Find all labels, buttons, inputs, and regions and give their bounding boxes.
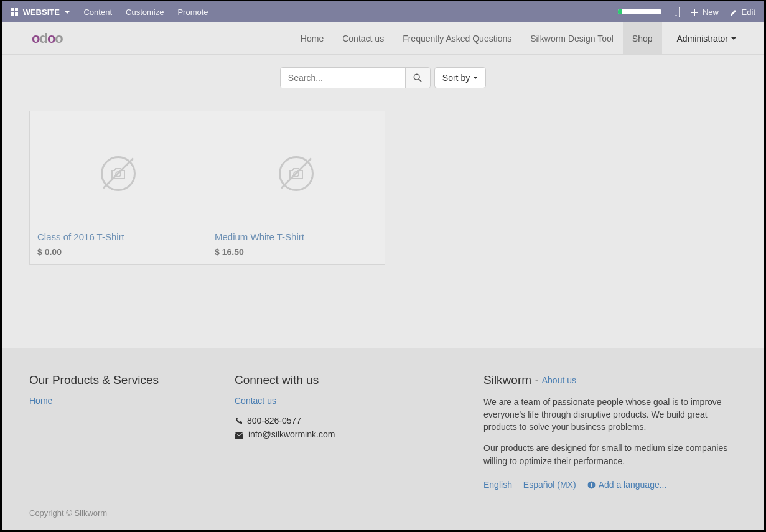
product-image-placeholder (215, 119, 377, 228)
svg-line-3 (419, 79, 422, 82)
nav-home[interactable]: Home (291, 22, 333, 54)
footer-link-about[interactable]: About us (542, 375, 576, 385)
page-content: Sort by Class of 2016 T-Shirt $ 0.00 (2, 55, 764, 348)
footer-heading: Our Products & Services (29, 373, 210, 387)
website-label: WEBSITE (23, 7, 60, 17)
phone-icon (235, 418, 242, 425)
product-image-placeholder (37, 119, 199, 228)
envelope-icon (235, 432, 243, 439)
copyright: Copyright © Silkworm (29, 508, 737, 518)
product-card[interactable]: Class of 2016 T-Shirt $ 0.00 (29, 111, 207, 265)
no-image-icon (101, 156, 136, 191)
pencil-icon (730, 9, 737, 16)
footer-about-p2: Our products are designed for small to m… (483, 442, 737, 467)
search-input[interactable] (281, 68, 405, 88)
footer-company: Silkworm (483, 373, 531, 387)
customize-menu[interactable]: Customize (126, 7, 164, 17)
lang-spanish[interactable]: Español (MX) (523, 480, 576, 490)
sort-button[interactable]: Sort by (434, 67, 486, 88)
footer-col-about: Silkworm - About us We are a team of pas… (483, 373, 737, 490)
svg-rect-1 (675, 15, 677, 16)
footer-link-home[interactable]: Home (29, 396, 52, 406)
promote-menu[interactable]: Promote (177, 7, 208, 17)
svg-point-2 (414, 74, 420, 80)
product-price: $ 16.50 (215, 247, 377, 257)
search-icon (413, 73, 422, 82)
grid-icon (11, 8, 18, 16)
nav-shop[interactable]: Shop (623, 22, 662, 54)
content-menu[interactable]: Content (83, 7, 112, 17)
website-menu[interactable]: WEBSITE (11, 7, 70, 17)
footer-about-p1: We are a team of passionate people whose… (483, 396, 737, 434)
product-card[interactable]: Medium White T-Shirt $ 16.50 (207, 111, 385, 265)
progress-indicator[interactable] (618, 9, 661, 14)
nav-administrator[interactable]: Administrator (668, 22, 745, 54)
product-grid: Class of 2016 T-Shirt $ 0.00 Medium Whit… (29, 111, 737, 265)
footer-col-products: Our Products & Services Home (29, 373, 210, 490)
footer-heading: Connect with us (235, 373, 459, 387)
search-button[interactable] (405, 68, 430, 88)
product-title: Medium White T-Shirt (215, 231, 377, 242)
mobile-preview-button[interactable] (673, 7, 680, 17)
plus-circle-icon (587, 481, 596, 489)
nav-design-tool[interactable]: Silkworm Design Tool (521, 22, 623, 54)
product-title: Class of 2016 T-Shirt (37, 231, 199, 242)
search-group (280, 67, 431, 88)
logo[interactable]: odoo (32, 30, 63, 47)
lang-english[interactable]: English (483, 480, 512, 490)
mobile-icon (673, 7, 680, 17)
edit-button[interactable]: Edit (730, 7, 755, 17)
new-button[interactable]: New (691, 7, 719, 17)
footer: Our Products & Services Home Connect wit… (2, 348, 764, 530)
add-language[interactable]: Add a language... (587, 480, 676, 490)
footer-link-contact[interactable]: Contact us (235, 396, 276, 406)
nav-divider (665, 31, 665, 45)
product-price: $ 0.00 (37, 247, 199, 257)
no-image-icon (279, 156, 314, 191)
site-navbar: odoo Home Contact us Frequently Asked Qu… (2, 22, 764, 55)
editor-topbar: WEBSITE Content Customize Promote New Ed… (2, 1, 764, 22)
nav-faq[interactable]: Frequently Asked Questions (393, 22, 521, 54)
footer-col-connect: Connect with us Contact us 800-826-0577 … (235, 373, 459, 490)
nav-contact[interactable]: Contact us (333, 22, 393, 54)
plus-icon (691, 9, 698, 16)
footer-email: info@silkwormink.com (235, 429, 459, 439)
footer-phone: 800-826-0577 (235, 416, 459, 426)
